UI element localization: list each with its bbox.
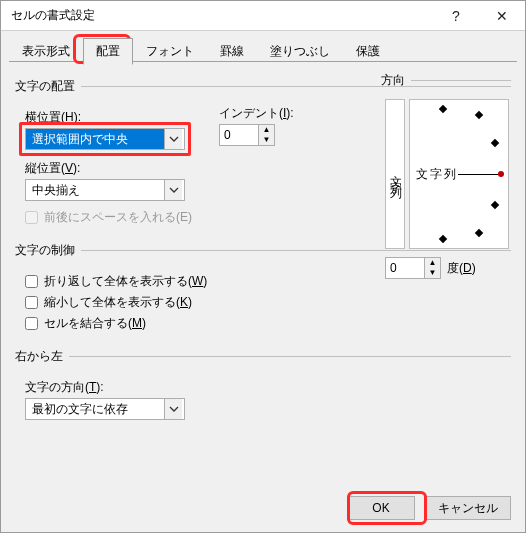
chevron-down-icon xyxy=(164,180,182,200)
dial-tick-icon xyxy=(475,111,483,119)
dial-tick-icon xyxy=(439,105,447,113)
tab-protection[interactable]: 保護 xyxy=(343,38,393,64)
ok-button[interactable]: OK xyxy=(347,496,415,520)
degree-input[interactable] xyxy=(386,258,424,278)
orientation-dial-handle[interactable] xyxy=(498,171,504,177)
orientation-legend: 方向 xyxy=(381,72,411,89)
text-direction-combo[interactable]: 最初の文字に依存 xyxy=(25,398,185,420)
orientation-group: 方向 文字列 文字列 xyxy=(381,72,511,285)
dialog-button-bar: OK キャンセル xyxy=(1,484,525,532)
merge-checkbox-row[interactable]: セルを結合する(M) xyxy=(25,315,511,332)
cancel-button[interactable]: キャンセル xyxy=(425,496,511,520)
vertical-label: 縦位置(V): xyxy=(25,160,195,177)
wrap-label: 折り返して全体を表示する(W) xyxy=(44,273,207,290)
tab-number[interactable]: 表示形式 xyxy=(9,38,83,64)
merge-checkbox[interactable] xyxy=(25,317,38,330)
indent-spin-up[interactable]: ▲ xyxy=(259,125,274,135)
orientation-panel: 方向 文字列 文字列 xyxy=(381,72,511,285)
dial-tick-icon xyxy=(439,235,447,243)
wrap-checkbox[interactable] xyxy=(25,275,38,288)
orientation-vertical-text-box[interactable]: 文字列 xyxy=(385,99,405,249)
chevron-down-icon xyxy=(164,129,182,149)
dial-tick-icon xyxy=(475,229,483,237)
horizontal-label: 横位置(H): xyxy=(25,109,195,126)
distribute-label: 前後にスペースを入れる(E) xyxy=(44,209,192,226)
tab-alignment[interactable]: 配置 xyxy=(83,38,133,65)
dial-tick-icon xyxy=(491,201,499,209)
indent-spin-buttons[interactable]: ▲ ▼ xyxy=(258,125,274,145)
titlebar: セルの書式設定 ? ✕ xyxy=(1,1,525,31)
text-direction-value: 最初の文字に依存 xyxy=(26,399,164,419)
horizontal-combo[interactable]: 選択範囲内で中央 xyxy=(25,128,185,150)
horizontal-combo-value: 選択範囲内で中央 xyxy=(26,129,164,149)
close-icon: ✕ xyxy=(496,8,508,24)
degree-spin-up[interactable]: ▲ xyxy=(425,258,440,268)
text-alignment-legend: 文字の配置 xyxy=(15,78,81,95)
degree-label: 度(D) xyxy=(447,260,476,277)
help-icon: ? xyxy=(452,8,460,24)
close-button[interactable]: ✕ xyxy=(479,1,525,31)
orientation-dial-indicator xyxy=(458,174,500,175)
dialog-window: セルの書式設定 ? ✕ 表示形式 配置 フォント 罫線 塗りつぶし 保護 文字の… xyxy=(0,0,526,533)
rtl-group: 右から左 文字の方向(T): 最初の文字に依存 xyxy=(15,348,511,426)
text-direction-label: 文字の方向(T): xyxy=(25,379,511,396)
indent-label: インデント(I): xyxy=(219,105,294,122)
shrink-label: 縮小して全体を表示する(K) xyxy=(44,294,192,311)
tab-content: 文字の配置 横位置(H): 選択範囲内で中央 縦位置(V): xyxy=(1,62,525,484)
window-title: セルの書式設定 xyxy=(1,7,433,24)
distribute-checkbox xyxy=(25,211,38,224)
orientation-dial-label: 文字列 xyxy=(416,166,458,183)
rtl-legend: 右から左 xyxy=(15,348,69,365)
tab-border[interactable]: 罫線 xyxy=(207,38,257,64)
vertical-combo[interactable]: 中央揃え xyxy=(25,179,185,201)
shrink-checkbox[interactable] xyxy=(25,296,38,309)
indent-spin-down[interactable]: ▼ xyxy=(259,135,274,145)
indent-input[interactable] xyxy=(220,125,258,145)
tab-font[interactable]: フォント xyxy=(133,38,207,64)
indent-spinner[interactable]: ▲ ▼ xyxy=(219,124,275,146)
degree-spin-buttons[interactable]: ▲ ▼ xyxy=(424,258,440,278)
tab-fill[interactable]: 塗りつぶし xyxy=(257,38,343,64)
degree-spinner[interactable]: ▲ ▼ xyxy=(385,257,441,279)
merge-label: セルを結合する(M) xyxy=(44,315,146,332)
degree-spin-down[interactable]: ▼ xyxy=(425,268,440,278)
vertical-combo-value: 中央揃え xyxy=(26,180,164,200)
text-control-legend: 文字の制御 xyxy=(15,242,81,259)
chevron-down-icon xyxy=(164,399,182,419)
dial-tick-icon xyxy=(491,139,499,147)
distribute-checkbox-row: 前後にスペースを入れる(E) xyxy=(25,209,195,226)
help-button[interactable]: ? xyxy=(433,1,479,31)
orientation-dial[interactable]: 文字列 xyxy=(409,99,509,249)
tab-bar: 表示形式 配置 フォント 罫線 塗りつぶし 保護 xyxy=(1,31,525,61)
shrink-checkbox-row[interactable]: 縮小して全体を表示する(K) xyxy=(25,294,511,311)
